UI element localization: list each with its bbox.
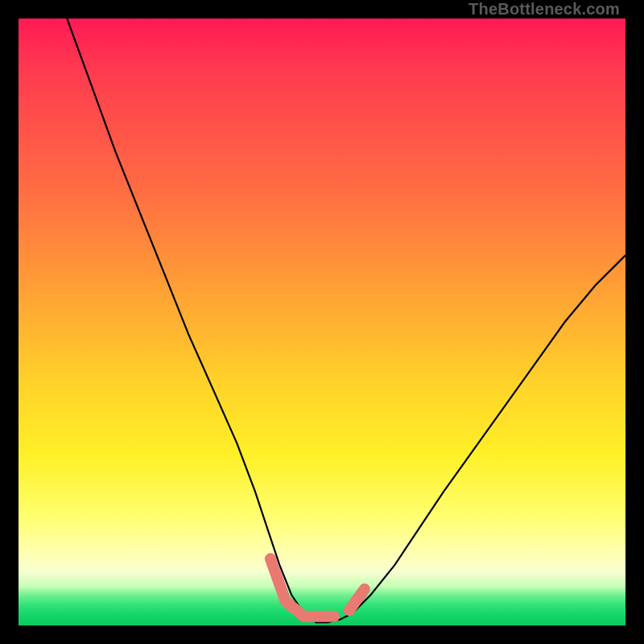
chart-frame: TheBottleneck.com xyxy=(0,0,644,644)
watermark-text: TheBottleneck.com xyxy=(469,0,620,19)
marker-capsule xyxy=(270,559,286,601)
marker-capsule xyxy=(349,589,365,610)
marker-annotations xyxy=(270,559,365,617)
curve-line xyxy=(67,19,625,622)
bottleneck-curve xyxy=(19,19,625,625)
plot-area xyxy=(19,19,625,625)
